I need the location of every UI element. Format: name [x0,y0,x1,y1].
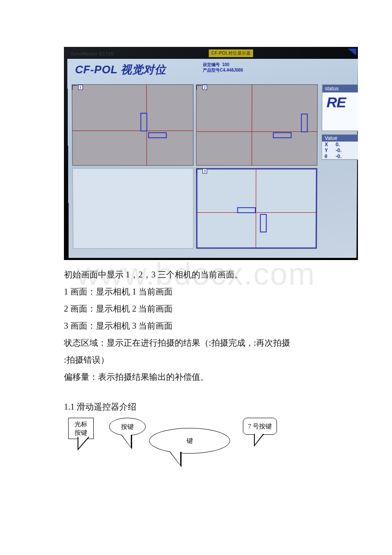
camera-view-1: 1 [72,84,193,166]
body-paragraph: 1 画面：显示相机 1 当前画面 [64,283,328,300]
camera-label-2: 2 [196,85,207,90]
bezel-yellow-label: CF-POL对位显示器 [209,49,253,57]
app-title: CF-POL 视觉对位 [75,62,166,77]
logo-corner-icon [348,49,356,55]
status-panel: status RE [322,84,358,131]
callout-diagram: 光标 按键 按键 键 7 号按键 [64,418,303,477]
camera-view-3: 3 [196,168,317,249]
body-paragraph: 初始画面中显示 1，2，3 三个相机的当前画面。 [64,266,328,283]
value-panel: Value X0. Y-0. θ-0. [322,134,358,159]
body-paragraph: 3 画面：显示相机 3 当前画面 [64,317,328,334]
value-header: Value [322,135,358,142]
target-box-icon [273,132,291,138]
body-paragraph: 偏移量：表示拍摄结果输出的补偿值。 [64,368,328,385]
status-header: status [323,85,358,92]
camera-view-blank [72,168,194,249]
camera-label-3: 3 [196,168,207,173]
product-info: 设定编号 100 产品型号C4.448J086 [203,62,243,73]
target-box-icon [140,113,147,132]
callout-box-cursor-key: 光标 按键 [68,418,94,439]
monitor-brand-label: SyncMaster E1720 [71,51,114,56]
target-box-icon [301,114,308,133]
status-value: RE [322,92,358,111]
target-box-icon [260,214,267,232]
callout-oval-button: 按键 [109,418,146,436]
camera-label-1: 1 [72,85,83,90]
body-paragraph: 状态区域：显示正在进行拍摄的结果（:拍摄完成，:再次拍摄 [64,334,328,351]
crosshair-h-icon [196,212,317,213]
callout-oval-key: 键 [149,428,230,454]
body-paragraph: :拍摄错误） [64,351,328,368]
callout-box-button-7: 7 号按键 [243,418,277,435]
screenshot-container: SyncMaster E1720 CF-POL对位显示器 CF-POL 视觉对位… [64,47,358,260]
screen-area: CF-POL 视觉对位 设定编号 100 产品型号C4.448J086 1 2 [67,59,358,258]
camera-view-2: 2 [196,84,318,166]
target-box-icon [148,132,167,138]
value-row-theta: θ-0. [322,153,358,159]
crosshair-h-icon [72,130,193,131]
crosshair-v-icon [251,85,252,165]
value-row-x: X0. [322,142,358,147]
value-row-y: Y-0. [322,147,358,153]
section-title: 1.1 滑动遥控器介绍 [64,398,328,415]
target-box-icon [237,207,256,213]
crosshair-h-icon [196,131,317,132]
body-paragraph: 2 画面：显示相机 2 当前画面 [64,300,328,317]
